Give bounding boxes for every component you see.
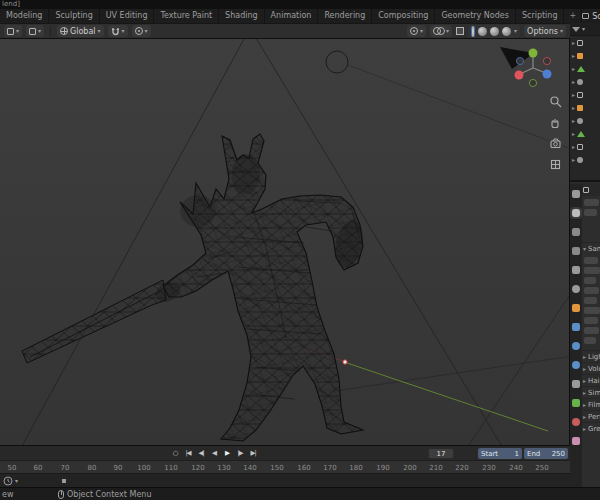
- texture-tab-icon[interactable]: [572, 437, 580, 445]
- jump-to-end-button[interactable]: ▶|: [248, 448, 258, 459]
- outliner-row[interactable]: ▸: [570, 101, 600, 114]
- view-layer-tab-icon[interactable]: [572, 247, 580, 255]
- outliner-row[interactable]: ▸: [570, 88, 600, 101]
- property-field-fragment[interactable]: [584, 337, 596, 344]
- outliner-row[interactable]: ▸: [570, 153, 600, 166]
- gizmo-axis-z-positive[interactable]: [543, 70, 552, 79]
- gizmo-axis-y-negative[interactable]: [529, 79, 536, 86]
- zoom-icon[interactable]: [549, 95, 562, 108]
- property-field-fragment[interactable]: [584, 209, 597, 216]
- panel-header-hair[interactable]: ▸ Hair: [582, 374, 600, 386]
- workspace-tab-scripting[interactable]: Scripting: [516, 9, 565, 23]
- wireframe-character[interactable]: [22, 134, 367, 441]
- play-button[interactable]: ▶: [222, 448, 232, 459]
- property-field-fragment[interactable]: [584, 199, 599, 206]
- editor-type-dropdown[interactable]: ▾: [4, 25, 22, 37]
- scene-breadcrumb-icon: [583, 187, 589, 193]
- constraints-tab-icon[interactable]: [572, 380, 580, 388]
- workspace-tab-sculpting[interactable]: Sculpting: [49, 9, 99, 23]
- filter-icon[interactable]: [572, 27, 580, 32]
- current-frame-field[interactable]: 17: [428, 448, 454, 459]
- pan-hand-icon[interactable]: [549, 116, 562, 129]
- viewport-3d[interactable]: [0, 39, 570, 445]
- workspace-tab-shading[interactable]: Shading: [219, 9, 265, 23]
- property-field-fragment[interactable]: [584, 307, 600, 314]
- outliner-row[interactable]: ▸: [570, 127, 600, 140]
- transform-orientation-dropdown[interactable]: Global ▾: [57, 25, 104, 37]
- gizmo-axis-x-negative[interactable]: [515, 71, 524, 80]
- auto-key-record-button[interactable]: ○: [170, 448, 180, 459]
- physics-tab-icon[interactable]: [572, 361, 580, 369]
- jump-to-start-button[interactable]: |◀: [183, 448, 193, 459]
- viewport-canvas[interactable]: [0, 39, 570, 445]
- add-workspace-button[interactable]: +: [564, 9, 582, 23]
- world-tab-icon[interactable]: [572, 285, 580, 293]
- frame-end-field[interactable]: End 250: [524, 448, 568, 459]
- property-field-fragment[interactable]: [584, 317, 598, 324]
- workspace-tab-animation[interactable]: Animation: [265, 9, 319, 23]
- property-field-fragment[interactable]: [584, 297, 597, 304]
- panel-header-volumes[interactable]: ▸ Volumes: [582, 362, 600, 374]
- panel-header-film[interactable]: ▸ Film: [582, 398, 600, 410]
- overlays-dropdown[interactable]: ▾: [430, 25, 452, 37]
- output-tab-icon[interactable]: [572, 228, 580, 236]
- panel-header-sampling[interactable]: ▾ Sampling: [582, 242, 600, 254]
- play-reverse-button[interactable]: ◀: [209, 448, 219, 459]
- outliner-row[interactable]: ▸: [570, 49, 600, 62]
- gizmo-axis-z-negative[interactable]: [516, 57, 523, 64]
- timeline-editor-dropdown[interactable]: ▾: [3, 476, 18, 486]
- proportional-editing-icon: [135, 27, 143, 35]
- object-tab-icon[interactable]: [572, 304, 580, 312]
- shading-wireframe-icon: [472, 26, 474, 37]
- mode-dropdown[interactable]: ▾: [26, 25, 44, 37]
- property-field-fragment[interactable]: [584, 277, 596, 284]
- material-tab-icon[interactable]: [572, 418, 580, 426]
- particles-tab-icon[interactable]: [572, 342, 580, 350]
- property-field-fragment[interactable]: [584, 287, 599, 294]
- navigation-gizmo[interactable]: [511, 46, 555, 90]
- workspace-tab-geometry-nodes[interactable]: Geometry Nodes: [435, 9, 515, 23]
- gizmo-axis-x-positive[interactable]: [543, 57, 550, 64]
- panel-header-simplify[interactable]: ▸ Simplify: [582, 386, 600, 398]
- options-dropdown[interactable]: Options ▾: [524, 25, 566, 37]
- panel-header-light-paths[interactable]: ▸ Light Paths: [582, 350, 600, 362]
- scene-tab-icon[interactable]: [572, 266, 580, 274]
- property-field-fragment[interactable]: [584, 327, 599, 334]
- workspace-tab-texture-paint[interactable]: Texture Paint: [154, 9, 219, 23]
- object-data-tab-icon[interactable]: [572, 399, 580, 407]
- outliner-row[interactable]: ▸: [570, 114, 600, 127]
- outliner-row[interactable]: ▸: [570, 140, 600, 153]
- workspace-tab-rendering[interactable]: Rendering: [318, 9, 372, 23]
- gizmo-axis-y-positive[interactable]: [529, 49, 538, 58]
- timeline-ruler[interactable]: 50 60 70 80 90 100 110 120 130 140 150 1…: [0, 460, 570, 473]
- outliner-row[interactable]: ▸: [570, 75, 600, 88]
- timeline-header: ○ |◀ ◀| ◀ ▶ |▶ ▶| 17 Start 1 End 250: [0, 445, 570, 460]
- shading-material-icon[interactable]: [490, 27, 499, 36]
- workspace-tab-modeling[interactable]: Modeling: [0, 9, 49, 23]
- empty-object-circle[interactable]: [326, 51, 348, 73]
- modifiers-tab-icon[interactable]: [572, 323, 580, 331]
- tool-tab-icon[interactable]: [572, 190, 580, 198]
- prev-keyframe-button[interactable]: ◀|: [196, 448, 206, 459]
- shading-wireframe-active[interactable]: [471, 26, 475, 37]
- shading-solid-icon[interactable]: [478, 27, 487, 36]
- panel-header-grease-pencil[interactable]: ▸ Grease Pencil: [582, 422, 600, 434]
- property-field-fragment[interactable]: [584, 267, 600, 274]
- outliner-row[interactable]: ▸: [570, 62, 600, 75]
- camera-view-icon[interactable]: [549, 137, 562, 150]
- property-field-fragment[interactable]: [584, 257, 598, 264]
- ortho-grid-icon[interactable]: [549, 158, 562, 171]
- frame-start-field[interactable]: Start 1: [478, 448, 522, 459]
- snap-dropdown[interactable]: ▾: [108, 25, 128, 37]
- workspace-tab-uv-editing[interactable]: UV Editing: [100, 9, 155, 23]
- workspace-tab-compositing[interactable]: Compositing: [372, 9, 435, 23]
- render-tab-icon[interactable]: [572, 209, 580, 217]
- proportional-editing-dropdown[interactable]: ▾: [132, 25, 151, 37]
- gizmos-dropdown[interactable]: ▾: [407, 25, 426, 37]
- outliner-row[interactable]: ▸: [570, 36, 600, 49]
- shading-rendered-icon[interactable]: [502, 27, 511, 36]
- scene-selector[interactable]: Scene ×: [582, 12, 600, 21]
- xray-toggle-icon[interactable]: [456, 27, 464, 35]
- next-keyframe-button[interactable]: |▶: [235, 448, 245, 459]
- panel-header-performance[interactable]: ▸ Performance: [582, 410, 600, 422]
